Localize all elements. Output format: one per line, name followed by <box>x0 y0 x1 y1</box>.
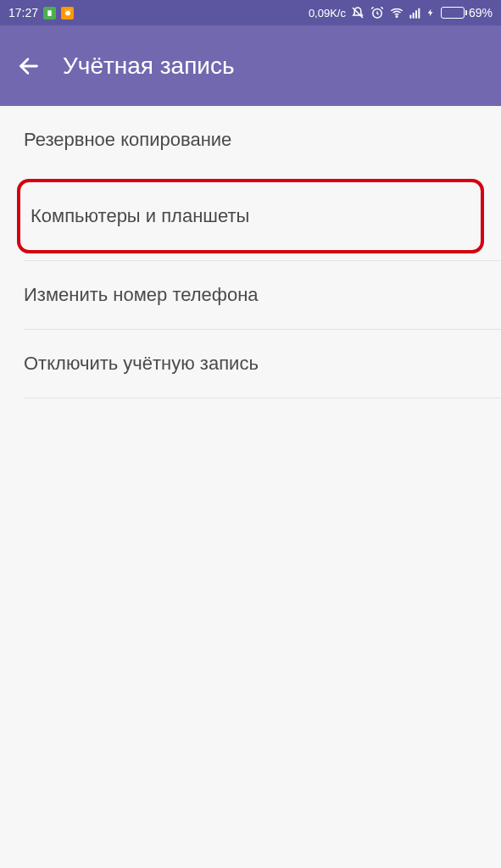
back-button[interactable] <box>17 54 41 78</box>
menu-item-change-number[interactable]: Изменить номер телефона <box>0 261 501 329</box>
svg-rect-7 <box>418 8 420 19</box>
svg-point-3 <box>396 16 398 18</box>
status-bar: 17:27 0,09K/c <box>0 0 501 25</box>
page-title: Учётная запись <box>63 53 235 80</box>
sim-icon <box>43 7 56 19</box>
menu-item-label: Резервное копирование <box>24 129 231 150</box>
charging-icon <box>426 6 435 19</box>
alarm-icon <box>370 5 385 20</box>
svg-rect-6 <box>415 10 417 18</box>
menu-item-devices[interactable]: Компьютеры и планшеты <box>20 182 481 250</box>
net-rate: 0,09K/c <box>309 7 346 19</box>
settings-list: Резервное копирование Компьютеры и планш… <box>0 106 501 398</box>
app-bar: Учётная запись <box>0 25 501 106</box>
arrow-left-icon <box>17 54 41 78</box>
battery-percent: 69% <box>469 6 493 19</box>
divider <box>24 398 501 398</box>
menu-item-label: Компьютеры и планшеты <box>31 205 249 226</box>
svg-rect-4 <box>409 15 411 19</box>
alarm-indicator-icon <box>61 7 74 19</box>
status-right: 0,09K/c 69% <box>309 5 493 20</box>
wifi-icon <box>389 5 404 20</box>
status-left: 17:27 <box>8 6 74 19</box>
menu-item-deactivate[interactable]: Отключить учётную запись <box>0 330 501 398</box>
svg-rect-0 <box>47 10 52 16</box>
menu-item-backup[interactable]: Резервное копирование <box>0 106 501 174</box>
signal-icon <box>409 6 422 19</box>
svg-rect-5 <box>413 13 415 19</box>
highlighted-item-frame: Компьютеры и планшеты <box>17 179 484 253</box>
dnd-icon <box>350 5 365 20</box>
menu-item-label: Отключить учётную запись <box>24 353 259 374</box>
svg-point-1 <box>65 11 70 16</box>
status-time: 17:27 <box>8 6 38 19</box>
menu-item-label: Изменить номер телефона <box>24 284 259 305</box>
battery-icon <box>441 7 465 19</box>
